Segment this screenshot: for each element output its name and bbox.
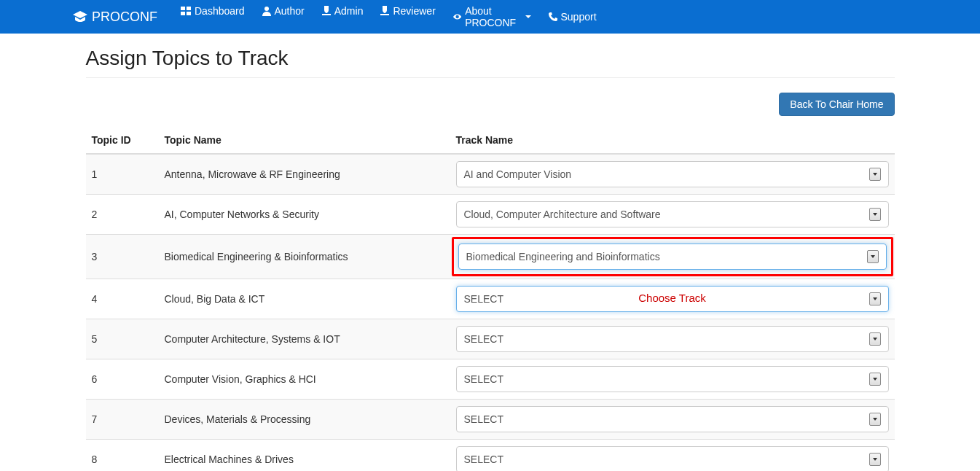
- nav-right: Support: [540, 7, 908, 27]
- dropdown-arrow-icon[interactable]: [869, 168, 881, 181]
- cell-topic-name: Antenna, Microwave & RF Engineering: [159, 154, 450, 195]
- track-select-value: SELECT: [464, 293, 503, 305]
- track-select-value: SELECT: [464, 413, 503, 425]
- cell-topic-id: 8: [86, 440, 159, 472]
- dropdown-arrow-icon[interactable]: [869, 453, 881, 466]
- table-row: 2AI, Computer Networks & SecurityCloud, …: [86, 195, 895, 235]
- cell-topic-id: 2: [86, 195, 159, 235]
- table-row: 6Computer Vision, Graphics & HCISELECT: [86, 359, 895, 400]
- nav-admin[interactable]: Admin: [319, 1, 366, 21]
- cell-topic-id: 7: [86, 400, 159, 440]
- table-row: 7Devices, Materials & ProcessingSELECT: [86, 400, 895, 440]
- track-select-value: SELECT: [464, 454, 503, 465]
- cell-topic-name: Devices, Materials & Processing: [159, 400, 450, 440]
- top-navbar: PROCONF Dashboard Author Admin Reviewer …: [0, 0, 980, 34]
- track-select[interactable]: SELECT: [456, 326, 889, 352]
- dashboard-icon: [181, 7, 191, 15]
- table-row: 8Electrical Machines & DrivesSELECT: [86, 440, 895, 472]
- nav-main: Dashboard Author Admin Reviewer About PR…: [172, 1, 540, 33]
- svg-rect-6: [380, 14, 389, 15]
- page-title: Assign Topics to Track: [86, 47, 895, 70]
- dropdown-arrow-icon[interactable]: [869, 292, 881, 305]
- cell-track: Biomedical Engineering and Bioinformatic…: [450, 235, 895, 279]
- reviewer-icon: [380, 6, 389, 16]
- cell-topic-name: Biomedical Engineering & Bioinformatics: [159, 235, 450, 279]
- th-topic-id: Topic ID: [86, 127, 159, 154]
- th-track-name: Track Name: [450, 127, 895, 154]
- topics-table: Topic ID Topic Name Track Name 1Antenna,…: [86, 127, 895, 471]
- brand-text: PROCONF: [92, 9, 157, 25]
- chevron-down-icon: [525, 15, 531, 18]
- dropdown-arrow-icon[interactable]: [869, 332, 881, 346]
- table-row: 4Cloud, Big Data & ICTSELECTChoose Track: [86, 279, 895, 319]
- track-select-value: SELECT: [464, 373, 503, 385]
- nav-support[interactable]: Support: [546, 7, 600, 27]
- track-select-value: SELECT: [464, 333, 503, 345]
- cell-track: SELECT: [450, 400, 895, 440]
- back-to-chair-button[interactable]: Back To Chair Home: [779, 93, 894, 116]
- cell-topic-name: Computer Architecture, Systems & IOT: [159, 319, 450, 359]
- cell-topic-name: Cloud, Big Data & ICT: [159, 279, 450, 319]
- track-select[interactable]: SELECT: [456, 366, 889, 392]
- cell-topic-name: AI, Computer Networks & Security: [159, 195, 450, 235]
- cell-topic-name: Electrical Machines & Drives: [159, 440, 450, 472]
- cell-track: Cloud, Computer Architecture and Softwar…: [450, 195, 895, 235]
- cell-topic-id: 3: [86, 235, 159, 279]
- admin-icon: [322, 6, 331, 16]
- track-select[interactable]: AI and Computer Vision: [456, 161, 889, 187]
- cell-track: SELECT: [450, 319, 895, 359]
- cell-track: SELECT: [450, 359, 895, 400]
- dropdown-arrow-icon[interactable]: [869, 373, 881, 386]
- phone-icon: [549, 12, 557, 21]
- svg-rect-1: [187, 7, 191, 10]
- track-select[interactable]: SELECT: [456, 446, 889, 471]
- track-select[interactable]: SELECT: [456, 286, 889, 312]
- dropdown-arrow-icon[interactable]: [869, 208, 881, 221]
- nav-author[interactable]: Author: [259, 1, 307, 21]
- table-row: 1Antenna, Microwave & RF EngineeringAI a…: [86, 154, 895, 195]
- nav-about[interactable]: About PROCONF: [450, 1, 534, 33]
- svg-rect-0: [181, 7, 185, 10]
- track-select[interactable]: SELECT: [456, 406, 889, 432]
- dropdown-arrow-icon[interactable]: [869, 413, 881, 426]
- nav-dashboard[interactable]: Dashboard: [178, 1, 248, 21]
- cell-track: AI and Computer Vision: [450, 154, 895, 195]
- cell-topic-id: 1: [86, 154, 159, 195]
- cell-topic-id: 5: [86, 319, 159, 359]
- th-topic-name: Topic Name: [159, 127, 450, 154]
- svg-rect-3: [187, 12, 191, 15]
- table-row: 5Computer Architecture, Systems & IOTSEL…: [86, 319, 895, 359]
- brand-link[interactable]: PROCONF: [73, 9, 157, 25]
- author-icon: [262, 6, 271, 16]
- track-select[interactable]: Cloud, Computer Architecture and Softwar…: [456, 201, 889, 227]
- svg-point-4: [264, 7, 269, 11]
- about-icon: [453, 13, 461, 20]
- track-select[interactable]: Biomedical Engineering and Bioinformatic…: [458, 244, 887, 270]
- svg-rect-2: [181, 12, 185, 15]
- svg-rect-5: [322, 14, 331, 15]
- divider: [86, 77, 895, 78]
- cell-track: SELECT: [450, 440, 895, 472]
- nav-reviewer[interactable]: Reviewer: [377, 1, 438, 21]
- cell-track: SELECTChoose Track: [450, 279, 895, 319]
- track-select-value: AI and Computer Vision: [464, 168, 572, 180]
- track-select-value: Cloud, Computer Architecture and Softwar…: [464, 209, 661, 220]
- brand-icon: [73, 11, 87, 23]
- dropdown-arrow-icon[interactable]: [867, 250, 879, 263]
- table-row: 3Biomedical Engineering & Bioinformatics…: [86, 235, 895, 279]
- cell-topic-id: 6: [86, 359, 159, 400]
- track-select-value: Biomedical Engineering and Bioinformatic…: [466, 251, 660, 262]
- cell-topic-name: Computer Vision, Graphics & HCI: [159, 359, 450, 400]
- cell-topic-id: 4: [86, 279, 159, 319]
